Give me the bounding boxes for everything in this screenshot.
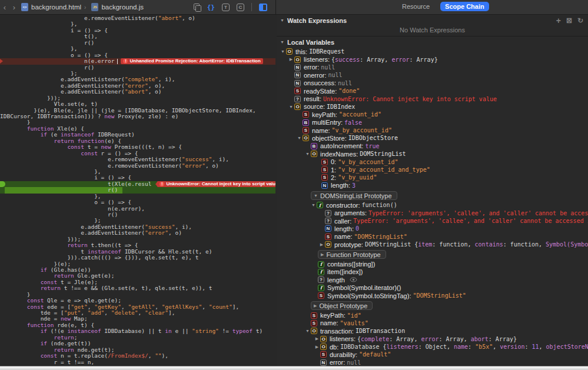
variable-name: durability: — [330, 351, 357, 358]
type-badge: S — [325, 234, 331, 240]
variable-name: keyPath: — [312, 111, 337, 118]
type-badge: N — [325, 225, 331, 232]
variable-row[interactable]: Sname:"DOMStringList" — [277, 233, 588, 241]
variable-row[interactable]: Nerror:null — [277, 64, 588, 71]
disclosure-triangle-icon[interactable]: ▶ — [314, 336, 320, 341]
variable-row[interactable]: S1:"v_by_account_id_and_type" — [277, 166, 588, 174]
local-variables-header[interactable]: ▼ Local Variables — [277, 36, 588, 48]
variable-row[interactable]: Nonerror:null — [277, 71, 588, 79]
variable-row[interactable]: fcontains([string]) — [277, 260, 588, 268]
variable-row[interactable]: ▼Othis:IDBRequest — [277, 48, 588, 55]
variable-row[interactable]: Sname:"v_by_account_id" — [277, 126, 588, 134]
variable-row[interactable]: Nlength:3 — [277, 182, 588, 189]
prototype-pill-label: DOMStringList Prototype — [320, 192, 392, 199]
variable-row[interactable]: SkeyPath:"account_id" — [277, 111, 588, 118]
type-badge: f — [318, 285, 324, 291]
prototype-pill-label: Function Prototype — [326, 251, 380, 258]
variable-name: 1: — [331, 166, 336, 174]
type-badge: O — [320, 336, 327, 342]
error-line-marker-icon — [0, 59, 3, 64]
type-badge: O — [303, 135, 309, 141]
code-coverage-icon[interactable]: C — [237, 4, 244, 11]
tab-scope-chain[interactable]: Scope Chain — [440, 2, 489, 11]
type-badge: f — [318, 261, 324, 268]
breadcrumb-item-js[interactable]: JS background.js — [91, 3, 144, 11]
disclosure-triangle-icon[interactable]: ▶ — [288, 57, 294, 62]
watch-expressions-header[interactable]: ▼ Watch Expressions + ⊠ ↻ — [277, 15, 588, 26]
toolbar-divider — [251, 3, 252, 11]
tab-resource[interactable]: Resource — [397, 2, 434, 11]
variable-row[interactable]: fitem([index]) — [277, 268, 588, 276]
variable-name: error: — [330, 359, 345, 366]
prototype-pill[interactable]: ▶Object Prototype — [277, 301, 588, 310]
disclosure-triangle-icon[interactable]: ▼ — [280, 40, 287, 44]
variable-row[interactable]: ?arguments:TypeError: 'arguments', 'call… — [277, 209, 588, 216]
variable-row[interactable]: ▶Olisteners:{complete: Array, error: Arr… — [277, 335, 588, 343]
variable-row[interactable]: SreadyState:"done" — [277, 87, 588, 95]
variable-row[interactable]: ?result:UnknownError: Cannot inject key … — [277, 95, 588, 102]
variable-name: listeners: — [330, 335, 356, 342]
issue-badge[interactable]: !UnknownError: Cannot inject key into sc… — [157, 181, 275, 187]
variable-row[interactable]: ▼Osource:IDBIndex — [277, 103, 588, 111]
disclosure-triangle-icon[interactable]: ▶ — [314, 345, 320, 349]
variable-row[interactable]: ▼OobjectStore:IDBObjectStore — [277, 134, 588, 142]
variable-row[interactable]: Nlength:0 — [277, 225, 588, 232]
disclosure-triangle-icon[interactable]: ▼ — [304, 152, 311, 156]
split-view-icon[interactable] — [259, 4, 267, 11]
variable-row[interactable]: BautoIncrement:true — [277, 142, 588, 150]
type-badge: ? — [318, 276, 324, 283]
variable-row[interactable]: Nonsuccess:null — [277, 79, 588, 87]
eye-icon[interactable] — [350, 277, 357, 282]
refresh-watch-icon[interactable]: ↻ — [577, 17, 583, 24]
forward-chevron-icon[interactable]: › — [9, 3, 19, 12]
variable-value: "done" — [338, 88, 360, 94]
variable-row[interactable]: SSymbol(Symbol.toStringTag):"DOMStringLi… — [277, 292, 588, 299]
variable-row[interactable]: ?caller:TypeError: 'arguments', 'callee'… — [277, 217, 588, 225]
breadcrumb-item-html[interactable]: <> background.html — [21, 3, 81, 11]
type-badge: S — [311, 312, 317, 319]
variable-row[interactable]: S0:"v_by_account_id" — [277, 158, 588, 165]
type-badge: S — [321, 166, 328, 173]
pretty-print-icon[interactable]: {} — [207, 4, 215, 11]
type-profiler-icon[interactable]: T — [222, 4, 230, 11]
disclosure-triangle-icon[interactable]: ▼ — [280, 18, 287, 22]
disclosure-triangle-icon[interactable]: ▼ — [304, 329, 311, 333]
variable-row[interactable]: BmultiEntry:false — [277, 119, 588, 126]
variable-row[interactable]: SkeyPath:"id" — [277, 311, 588, 319]
variable-row[interactable]: ▶Olisteners:{success: Array, error: Arra… — [277, 55, 588, 63]
source-code-editor[interactable]: e.removeEventListener("abort", o) }, i =… — [0, 15, 275, 366]
variable-row[interactable]: ?length — [277, 276, 588, 284]
variable-row[interactable]: Sdurability:"default" — [277, 351, 588, 358]
variable-row[interactable]: fSymbol(Symbol.iterator)() — [277, 284, 588, 292]
disclosure-triangle-icon[interactable]: ▼ — [310, 203, 317, 207]
disclosure-triangle-icon[interactable]: ▼ — [288, 105, 294, 109]
copy-icon[interactable] — [194, 4, 200, 11]
variable-value: DOMStringList {item: function, contains:… — [365, 241, 588, 248]
variable-row[interactable]: ▼Otransaction:IDBTransaction — [277, 327, 588, 335]
clear-watch-icon[interactable]: ⊠ — [566, 17, 572, 24]
prototype-pill[interactable]: ▶Function Prototype — [277, 250, 588, 259]
variable-row[interactable]: ▼fconstructor:function() — [277, 201, 588, 209]
variable-row[interactable]: Sname:"vaults" — [277, 319, 588, 327]
issue-badge[interactable]: !Unhandled Promise Rejection: AbortError… — [121, 58, 263, 64]
variable-name: name: — [320, 319, 338, 326]
disclosure-triangle-icon[interactable]: ▼ — [280, 49, 286, 54]
variable-name: db: — [330, 344, 338, 351]
disclosure-triangle-icon[interactable]: ▼ — [314, 194, 318, 198]
type-badge: S — [321, 159, 328, 165]
disclosure-triangle-icon[interactable]: ▼ — [296, 136, 303, 140]
variable-row[interactable]: S2:"v_by_uuid" — [277, 174, 588, 181]
variable-row[interactable]: ▶Oprototype:DOMStringList {item: functio… — [277, 241, 588, 248]
prototype-pill[interactable]: ▼DOMStringList Prototype — [277, 191, 588, 200]
horizontal-scrollbar[interactable] — [0, 366, 588, 370]
disclosure-triangle-icon[interactable]: ▶ — [321, 252, 324, 257]
variable-value: "vaults" — [340, 320, 368, 326]
disclosure-triangle-icon[interactable]: ▶ — [318, 242, 325, 247]
variable-row[interactable]: ▶Odb:IDBDatabase {listeners: Object, nam… — [277, 343, 588, 351]
variable-value: IDBDatabase {listeners: Object, name: "b… — [340, 344, 588, 350]
variable-value: "v_by_account_id_and_type" — [338, 166, 430, 173]
add-watch-icon[interactable]: + — [556, 17, 561, 24]
variable-row[interactable]: ▼OindexNames:DOMStringList — [277, 150, 588, 158]
back-chevron-icon[interactable]: ‹ — [0, 3, 9, 12]
disclosure-triangle-icon[interactable]: ▶ — [314, 304, 317, 308]
